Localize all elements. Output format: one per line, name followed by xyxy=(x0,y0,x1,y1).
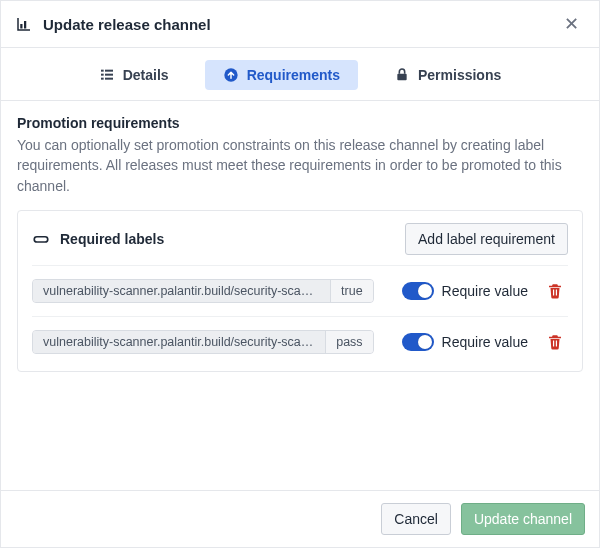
trash-icon xyxy=(546,282,564,300)
label-value: true xyxy=(330,280,373,302)
svg-rect-6 xyxy=(101,78,104,80)
label-key: vulnerability-scanner.palantir.build/sec… xyxy=(33,280,330,302)
chart-icon xyxy=(15,15,33,33)
details-icon xyxy=(99,67,115,83)
require-value-label: Require value xyxy=(442,283,528,299)
required-labels-panel: Required labels Add label requirement vu… xyxy=(17,210,583,372)
svg-rect-5 xyxy=(105,74,113,76)
close-icon: ✕ xyxy=(564,14,579,34)
label-requirement-row: vulnerability-scanner.palantir.build/sec… xyxy=(32,265,568,316)
upload-circle-icon xyxy=(223,67,239,83)
dialog-header: Update release channel ✕ xyxy=(1,1,599,48)
tab-label: Details xyxy=(123,67,169,83)
svg-rect-3 xyxy=(105,70,113,72)
tab-label: Permissions xyxy=(418,67,501,83)
label-requirement-row: vulnerability-scanner.palantir.build/sec… xyxy=(32,316,568,367)
svg-rect-7 xyxy=(105,78,113,80)
dialog-title: Update release channel xyxy=(43,16,211,33)
add-label-requirement-button[interactable]: Add label requirement xyxy=(405,223,568,255)
svg-rect-0 xyxy=(20,24,22,29)
label-pill[interactable]: vulnerability-scanner.palantir.build/sec… xyxy=(32,279,374,303)
svg-rect-1 xyxy=(24,21,26,29)
trash-icon xyxy=(546,333,564,351)
dialog-footer: Cancel Update channel xyxy=(1,490,599,547)
require-value-toggle[interactable] xyxy=(402,282,434,300)
update-channel-button[interactable]: Update channel xyxy=(461,503,585,535)
require-value-label: Require value xyxy=(442,334,528,350)
panel-title: Required labels xyxy=(60,231,164,247)
svg-rect-14 xyxy=(556,340,557,346)
require-value-toggle[interactable] xyxy=(402,333,434,351)
tab-requirements[interactable]: Requirements xyxy=(205,60,358,90)
label-icon xyxy=(32,230,50,248)
svg-rect-9 xyxy=(397,74,406,81)
update-release-channel-dialog: Update release channel ✕ Details xyxy=(0,0,600,548)
label-value: pass xyxy=(325,331,372,353)
svg-rect-13 xyxy=(553,340,554,346)
svg-rect-2 xyxy=(101,70,104,72)
tab-label: Requirements xyxy=(247,67,340,83)
svg-rect-12 xyxy=(556,289,557,295)
lock-icon xyxy=(394,67,410,83)
section-heading: Promotion requirements xyxy=(17,115,583,131)
tab-details[interactable]: Details xyxy=(81,60,187,90)
tab-permissions[interactable]: Permissions xyxy=(376,60,519,90)
delete-row-button[interactable] xyxy=(542,278,568,304)
dialog-content: Promotion requirements You can optionall… xyxy=(1,101,599,490)
svg-rect-4 xyxy=(101,74,104,76)
label-pill[interactable]: vulnerability-scanner.palantir.build/sec… xyxy=(32,330,374,354)
label-key: vulnerability-scanner.palantir.build/sec… xyxy=(33,331,325,353)
section-description: You can optionally set promotion constra… xyxy=(17,135,583,196)
close-button[interactable]: ✕ xyxy=(558,11,585,37)
svg-rect-11 xyxy=(553,289,554,295)
delete-row-button[interactable] xyxy=(542,329,568,355)
cancel-button[interactable]: Cancel xyxy=(381,503,451,535)
svg-rect-10 xyxy=(34,237,48,242)
tabs: Details Requirements Permissions xyxy=(1,48,599,101)
